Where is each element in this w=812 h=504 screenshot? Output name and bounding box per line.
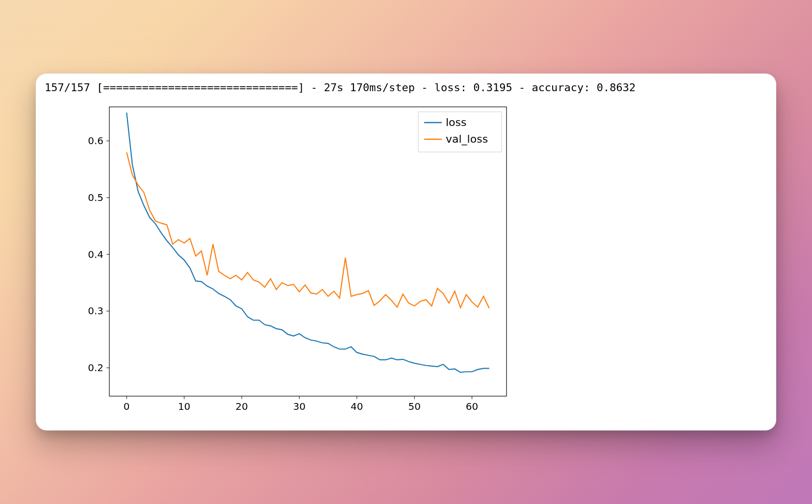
y-tick-label: 0.3 bbox=[88, 305, 103, 317]
training-status-line: 157/157 [==============================]… bbox=[45, 81, 635, 94]
output-card: 157/157 [==============================]… bbox=[36, 74, 776, 430]
background-gradient: 157/157 [==============================]… bbox=[0, 0, 812, 504]
x-tick-label: 10 bbox=[178, 401, 190, 412]
series-val_loss bbox=[127, 152, 489, 308]
chart-svg: 01020304050600.20.30.40.50.6lossval_loss bbox=[65, 98, 516, 422]
legend-label-loss: loss bbox=[446, 116, 467, 128]
x-tick-label: 60 bbox=[466, 401, 478, 412]
x-tick-label: 40 bbox=[351, 401, 363, 412]
y-tick-label: 0.4 bbox=[88, 249, 103, 260]
y-tick-label: 0.5 bbox=[88, 192, 103, 203]
y-tick-label: 0.2 bbox=[88, 362, 103, 374]
y-tick-label: 0.6 bbox=[88, 135, 103, 147]
x-tick-label: 30 bbox=[293, 401, 305, 412]
loss-chart: 01020304050600.20.30.40.50.6lossval_loss bbox=[65, 98, 516, 422]
legend-label-val_loss: val_loss bbox=[446, 133, 488, 146]
x-tick-label: 20 bbox=[235, 401, 248, 412]
x-tick-label: 50 bbox=[408, 401, 420, 412]
x-tick-label: 0 bbox=[124, 401, 130, 412]
